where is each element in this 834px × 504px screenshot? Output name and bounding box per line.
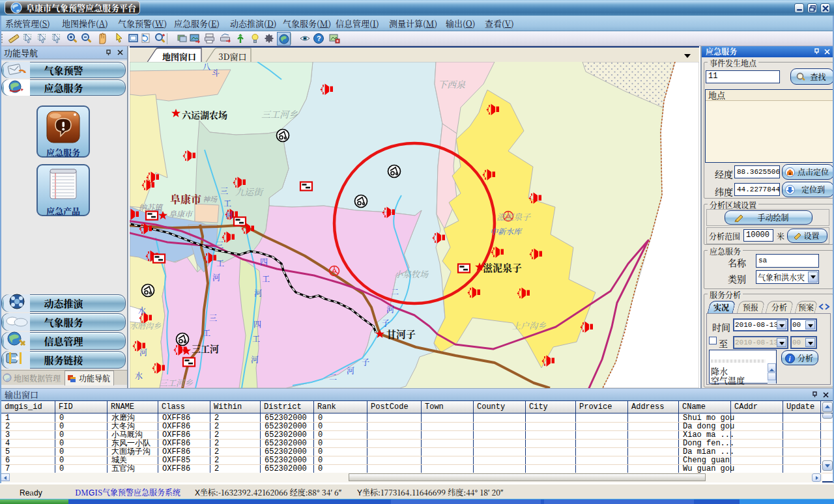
svg-text:四: 四 — [260, 256, 268, 267]
svg-text:河: 河 — [225, 209, 233, 220]
svg-text:二: 二 — [329, 371, 337, 382]
svg-text:三: 三 — [209, 312, 217, 323]
svg-text:工: 工 — [262, 273, 270, 284]
svg-text:河: 河 — [251, 354, 259, 365]
svg-text:工: 工 — [216, 257, 224, 268]
svg-text:河: 河 — [139, 346, 147, 357]
svg-text:i: i — [789, 354, 791, 363]
svg-text:水磨沟乡: 水磨沟乡 — [130, 320, 162, 331]
svg-text:上户沟乡: 上户沟乡 — [512, 319, 547, 331]
svg-text:三: 三 — [216, 239, 223, 250]
svg-text:工: 工 — [252, 333, 260, 344]
svg-text:神场: 神场 — [203, 193, 218, 204]
svg-text:河: 河 — [212, 272, 220, 283]
svg-text:阜康市: 阜康市 — [170, 191, 201, 206]
svg-text:九运街: 九运街 — [235, 185, 264, 198]
svg-text:工: 工 — [203, 327, 210, 338]
svg-text:河: 河 — [347, 365, 354, 376]
svg-text:八: 八 — [203, 62, 210, 72]
svg-text:四: 四 — [253, 318, 261, 329]
svg-text:工: 工 — [223, 197, 231, 208]
svg-text:三: 三 — [220, 185, 228, 196]
svg-text:纳苏镇: 纳苏镇 — [139, 201, 164, 212]
svg-text:甘河子: 甘河子 — [386, 327, 416, 341]
svg-text:子: 子 — [382, 317, 390, 328]
svg-text:六运湖农场: 六运湖农场 — [182, 108, 227, 121]
svg-text:滋泥泉子: 滋泥泉子 — [496, 210, 531, 223]
svg-text:三工河乡: 三工河乡 — [261, 107, 298, 120]
svg-text:二: 二 — [391, 286, 399, 297]
svg-text:下西泉: 下西泉 — [438, 77, 466, 91]
svg-text:三工河: 三工河 — [192, 342, 219, 355]
svg-text:河: 河 — [386, 303, 394, 315]
svg-text:?: ? — [317, 33, 321, 43]
svg-text:中新水库: 中新水库 — [490, 225, 523, 236]
svg-text:小泉牧场: 小泉牧场 — [394, 268, 429, 280]
svg-text:水: 水 — [135, 370, 143, 381]
svg-text:河: 河 — [254, 287, 262, 298]
svg-text:斗: 斗 — [212, 67, 220, 78]
svg-text:水: 水 — [138, 305, 146, 316]
svg-text:三工河乡: 三工河乡 — [159, 376, 194, 388]
svg-text:滋泥泉子: 滋泥泉子 — [483, 260, 522, 274]
svg-text:子: 子 — [362, 356, 369, 367]
svg-text:阜康市: 阜康市 — [169, 208, 194, 219]
